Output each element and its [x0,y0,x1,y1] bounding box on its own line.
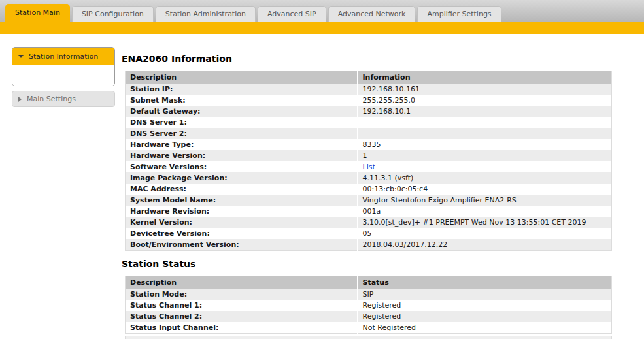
page-title: ENA2060 Information [122,54,612,64]
table-row: Hardware Type: 8335 [126,139,612,150]
row-value: 3.10.0[st_dev]+ #1 PREEMPT Wed Nov 13 13… [363,218,586,227]
row-label: Hardware Type: [130,140,194,149]
table-header-row: Description Status [126,276,612,289]
row-label: Boot/Environment Version: [130,240,239,249]
page-body: Station Information Main Settings ENA206… [0,34,644,339]
row-value: Registered [363,312,401,321]
table-row: Station Mode: SIP [126,289,612,300]
row-value: SIP [363,290,374,299]
row-value: 05 [363,229,372,238]
table-row: Devicetree Version: 05 [126,228,612,239]
table-row: Station IP: 192.168.10.161 [126,84,612,95]
sidebar-item-main-settings[interactable]: Main Settings [12,91,115,107]
table-row: Boot/Environment Version: 2018.04.03/201… [126,239,612,251]
station-information-submenu [12,65,114,86]
table-header-row: Description Information [126,71,612,84]
row-label: Software Versions: [130,163,207,171]
caret-down-icon [18,55,24,58]
tab-sip-configuration[interactable]: SIP Configuration [72,6,154,22]
row-value: 4.11.3.1 (vsft) [363,174,414,182]
tab-amplifier-settings[interactable]: Amplifier Settings [417,6,501,22]
status-table: Description Status Station Mode: SIP Sta… [125,276,612,334]
tab-bar: Station Main SIP Configuration Station A… [0,0,644,22]
row-label: DNS Server 2: [130,129,187,138]
table-row: Default Gateway: 192.168.10.1 [126,106,612,117]
table-row: Status Input Channel: Not Registered [126,322,612,334]
row-label: Default Gateway: [130,107,200,116]
column-header-information: Information [358,71,612,84]
row-label: Subnet Mask: [130,96,186,105]
row-value[interactable]: List [363,163,375,171]
table-row: Subnet Mask: 255.255.255.0 [126,95,612,106]
table-row: Image Package Version: 4.11.3.1 (vsft) [126,172,612,184]
accent-bar [0,22,644,34]
row-value: Registered [363,301,401,310]
table-row: Kernel Version: 3.10.0[st_dev]+ #1 PREEM… [126,217,612,228]
sidebar-item-label: Station Information [29,52,98,61]
table-row: Software Versions: List [126,161,612,172]
row-value: 192.168.10.161 [363,85,420,93]
table-row: Hardware Version: 1 [126,150,612,161]
tab-station-main[interactable]: Station Main [5,4,70,22]
sidebar: Station Information Main Settings [12,47,115,339]
table-row: DNS Server 2: [126,128,612,139]
information-table: Description Information Station IP: 192.… [125,71,612,251]
sidebar-item-label: Main Settings [27,95,76,103]
sidebar-group-station-information: Station Information [12,47,115,86]
tab-station-administration[interactable]: Station Administration [156,6,256,22]
table-row: Status Channel 2: Registered [126,311,612,322]
table-row: MAC Address: 00:13:cb:0c:05:c4 [126,184,612,195]
table-row: Hardware Revision: 001a [126,206,612,217]
row-label: Hardware Version: [130,152,205,160]
row-label: MAC Address: [130,185,186,193]
row-label: Hardware Revision: [130,207,209,216]
status-section-title: Station Status [122,259,612,269]
row-label: DNS Server 1: [130,118,187,127]
row-label: Status Channel 1: [130,301,202,310]
row-value: Not Registered [363,323,416,332]
row-value: 8335 [363,140,381,149]
row-label: Station Mode: [130,290,187,299]
row-label: Status Channel 2: [130,312,202,321]
row-value: 1 [363,152,367,160]
row-value: 192.168.10.1 [363,107,411,116]
column-header-description: Description [126,276,358,289]
column-header-status: Status [358,276,612,289]
row-value: 00:13:cb:0c:05:c4 [363,185,428,193]
row-label: System Model Name: [130,196,216,204]
row-label: Status Input Channel: [130,323,218,332]
row-label: Devicetree Version: [130,229,210,238]
row-label: Image Package Version: [130,174,228,182]
column-header-description: Description [126,71,358,84]
row-label: Kernel Version: [130,218,192,227]
sidebar-item-station-information[interactable]: Station Information [12,48,114,65]
tabs: Station Main SIP Configuration Station A… [5,0,503,22]
row-value: Vingtor-Stentofon Exigo Amplifier ENA2-R… [363,196,517,204]
table-row: DNS Server 1: [126,117,612,128]
table-row: Status Channel 1: Registered [126,300,612,311]
row-label: Station IP: [130,85,173,93]
table-row: System Model Name: Vingtor-Stentofon Exi… [126,195,612,206]
row-value: 2018.04.03/2017.12.22 [363,240,448,249]
tab-advanced-network[interactable]: Advanced Network [328,6,416,22]
caret-right-icon [18,97,22,102]
main-content: ENA2060 Information Description Informat… [122,34,612,339]
row-value: 255.255.255.0 [363,96,415,105]
row-value: 001a [363,207,381,216]
tab-advanced-sip[interactable]: Advanced SIP [258,6,326,22]
cropped-table-row [125,336,612,339]
